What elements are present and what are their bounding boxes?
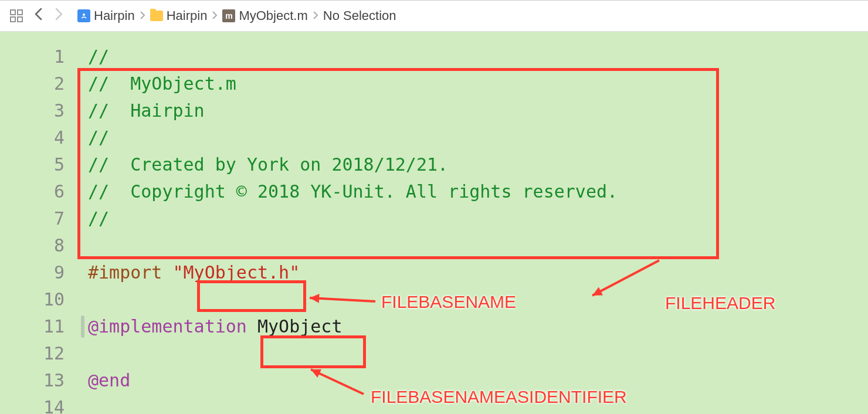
line-number: 3 [0,97,65,124]
code-token: "MyObject.h" [173,262,300,283]
folder-icon [150,11,163,21]
nav-forward-button[interactable] [50,8,68,24]
code-area[interactable]: //// MyObject.m// Hairpin//// Created by… [75,32,868,414]
breadcrumb-item[interactable]: No Selection [323,8,396,23]
breadcrumb-label: Hairpin [94,8,135,23]
code-line[interactable]: // Created by York on 2018/12/21. [88,151,868,178]
line-number: 8 [0,232,65,259]
code-token: // [88,127,109,148]
code-token: // Hairpin [88,100,205,121]
svg-rect-0 [11,10,15,15]
code-editor[interactable]: 1234567891011121314 //// MyObject.m// Ha… [0,32,868,414]
breadcrumb: HairpinHairpinmMyObject.mNo Selection [77,8,396,23]
related-items-icon[interactable] [7,6,26,25]
breadcrumb-item[interactable]: mMyObject.m [222,8,307,23]
line-number: 14 [0,394,65,414]
editor-toolbar: HairpinHairpinmMyObject.mNo Selection [0,0,868,32]
nav-back-button[interactable] [29,8,47,24]
line-number: 12 [0,340,65,367]
code-line[interactable]: // [88,124,868,151]
line-number: 11 [0,313,65,340]
change-bar-icon [81,315,84,338]
code-line[interactable]: #import "MyObject.h" [88,259,868,286]
code-line[interactable]: @end [88,367,868,394]
line-number: 4 [0,124,65,151]
code-token: @end [88,370,130,391]
svg-rect-3 [18,17,22,22]
code-line[interactable] [88,394,868,414]
svg-rect-2 [11,17,15,22]
line-gutter: 1234567891011121314 [0,32,75,414]
code-token: @implementation [88,316,247,337]
line-number: 5 [0,151,65,178]
line-number: 13 [0,367,65,394]
breadcrumb-item[interactable]: Hairpin [150,8,208,23]
breadcrumb-label: No Selection [323,8,396,23]
line-number: 2 [0,70,65,97]
app-icon [77,9,90,22]
code-line[interactable]: // [88,205,868,232]
code-line[interactable]: // MyObject.m [88,70,868,97]
objc-file-icon: m [222,9,235,22]
code-line[interactable]: // Copyright © 2018 YK-Unit. All rights … [88,178,868,205]
line-number: 10 [0,286,65,313]
breadcrumb-separator-icon [137,9,148,23]
line-number: 1 [0,43,65,70]
code-line[interactable]: // [88,43,868,70]
breadcrumb-label: Hairpin [167,8,208,23]
svg-point-4 [83,13,85,16]
code-token: // MyObject.m [88,73,236,94]
code-line[interactable]: // Hairpin [88,97,868,124]
svg-rect-1 [18,10,22,15]
code-token: // Created by York on 2018/12/21. [88,154,448,175]
line-number: 6 [0,178,65,205]
breadcrumb-label: MyObject.m [239,8,307,23]
breadcrumb-separator-icon [209,9,220,23]
code-line[interactable]: @implementation MyObject [88,313,868,340]
code-token: MyObject [247,316,343,337]
code-token: #import [88,262,173,283]
code-token: // [88,208,109,229]
code-token: // [88,46,109,67]
breadcrumb-item[interactable]: Hairpin [77,8,135,23]
line-number: 9 [0,259,65,286]
line-number: 7 [0,205,65,232]
code-line[interactable] [88,286,868,313]
code-token: // Copyright © 2018 YK-Unit. All rights … [88,181,618,202]
breadcrumb-separator-icon [310,9,321,23]
code-line[interactable] [88,232,868,259]
code-line[interactable] [88,340,868,367]
